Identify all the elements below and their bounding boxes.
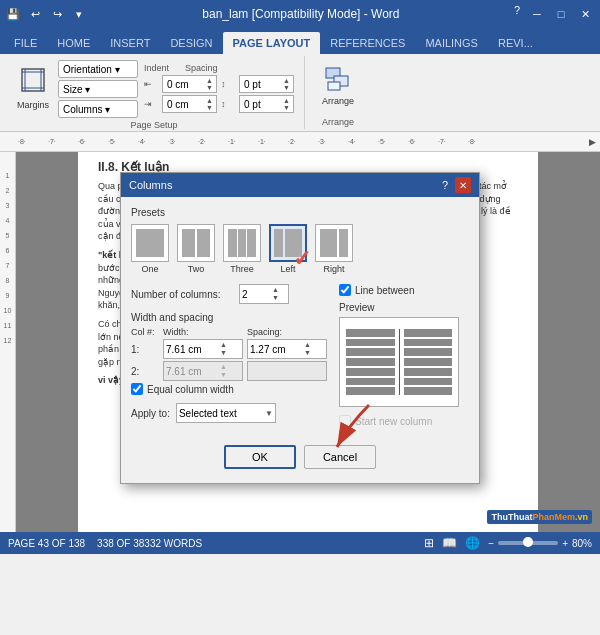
ws-row1-num: 1: [131, 344, 159, 355]
dialog-help-button[interactable]: ? [437, 177, 453, 193]
columns-dropdown[interactable]: Columns ▾ [58, 100, 138, 118]
dialog-body: Presets One [121, 197, 479, 483]
spacing-before-up[interactable]: ▲ [282, 77, 291, 84]
num-columns-up[interactable]: ▲ [272, 286, 279, 294]
ws-row2-width-up: ▲ [220, 363, 227, 371]
web-layout-icon[interactable]: 🌐 [465, 536, 480, 550]
restore-button[interactable]: □ [550, 4, 572, 24]
zoom-out-icon[interactable]: − [488, 538, 494, 549]
margins-label: Margins [17, 100, 49, 110]
apply-select[interactable]: Selected text ▼ [176, 403, 276, 423]
arrange-icon [324, 66, 352, 94]
ruler-right-arrow[interactable]: ▶ [589, 137, 596, 147]
dialog-buttons: OK Cancel [131, 445, 469, 473]
preset-left[interactable]: ✓ Left [269, 224, 307, 274]
indent-right-spinbox[interactable]: 0 cm ▲▼ [162, 95, 217, 113]
start-new-col-checkbox[interactable] [339, 415, 351, 427]
col-one-graphic [136, 229, 164, 257]
cancel-button[interactable]: Cancel [304, 445, 376, 469]
num-columns-input[interactable] [242, 289, 272, 300]
close-button[interactable]: ✕ [574, 4, 596, 24]
apply-row: Apply to: Selected text ▼ [131, 403, 331, 423]
preset-three-label: Three [230, 264, 254, 274]
ws-col-header: Col #: [131, 327, 159, 337]
ribbon-content: Margins Orientation ▾ Size ▾ Columns ▾ I… [0, 54, 600, 132]
arrange-button[interactable]: Arrange [313, 58, 363, 114]
ws-row2-width: ▲▼ [163, 361, 243, 381]
indent-left-up[interactable]: ▲ [205, 77, 214, 84]
tab-mailings[interactable]: MAILINGS [415, 32, 488, 54]
tab-design[interactable]: DESIGN [160, 32, 222, 54]
zoom-slider[interactable] [498, 541, 558, 545]
indent-left-spinbox[interactable]: 0 cm ▲▼ [162, 75, 217, 93]
tab-references[interactable]: REFERENCES [320, 32, 415, 54]
preset-right-label: Right [323, 264, 344, 274]
num-columns-arrows: ▲ ▼ [272, 286, 279, 301]
window-controls[interactable]: ? ─ □ ✕ [514, 4, 596, 24]
tab-page-layout[interactable]: PAGE LAYOUT [223, 32, 321, 54]
zoom-in-icon[interactable]: + [562, 538, 568, 549]
tab-insert[interactable]: INSERT [100, 32, 160, 54]
dialog-right-col: Line between Preview [339, 284, 469, 435]
quick-access-toolbar[interactable]: 💾 ↩ ↪ ▾ [4, 5, 88, 23]
ws-row-2: 2: ▲▼ [131, 361, 331, 381]
window-title: ban_lam [Compatibility Mode] - Word [88, 7, 514, 21]
ws-row2-width-down: ▼ [220, 371, 227, 379]
preview-box [339, 317, 459, 407]
preset-one[interactable]: One [131, 224, 169, 274]
tab-file[interactable]: FILE [4, 32, 47, 54]
num-columns-spinbox[interactable]: ▲ ▼ [239, 284, 289, 304]
columns-dialog: Columns ? ✕ Presets One [120, 172, 480, 484]
undo-icon[interactable]: ↩ [26, 5, 44, 23]
spacing-after-down[interactable]: ▼ [282, 104, 291, 111]
columns-label: Columns ▾ [63, 104, 133, 115]
line-between-row: Line between [339, 284, 469, 296]
preset-right[interactable]: Right [315, 224, 353, 274]
tab-home[interactable]: HOME [47, 32, 100, 54]
presets-row: One Two [131, 224, 469, 274]
ok-button[interactable]: OK [224, 445, 296, 469]
num-columns-label: Number of columns: [131, 289, 231, 300]
preset-two[interactable]: Two [177, 224, 215, 274]
save-icon[interactable]: 💾 [4, 5, 22, 23]
ws-row1-spacing[interactable]: ▲▼ [247, 339, 327, 359]
read-mode-icon[interactable]: 📖 [442, 536, 457, 550]
orientation-dropdown[interactable]: Orientation ▾ [58, 60, 138, 78]
minimize-button[interactable]: ─ [526, 4, 548, 24]
help-icon[interactable]: ? [514, 4, 520, 24]
size-dropdown[interactable]: Size ▾ [58, 80, 138, 98]
ws-row2-spacing [247, 361, 327, 381]
spacing-before-spinbox[interactable]: 0 pt ▲▼ [239, 75, 294, 93]
spacing-after-spinbox[interactable]: 0 pt ▲▼ [239, 95, 294, 113]
redo-icon[interactable]: ↪ [48, 5, 66, 23]
layout-icon[interactable]: ⊞ [424, 536, 434, 550]
start-new-col-label: Start new column [355, 416, 432, 427]
ws-row1-spacing-input[interactable] [248, 344, 304, 355]
qat-more-icon[interactable]: ▾ [70, 5, 88, 23]
equal-col-width-checkbox[interactable] [131, 383, 143, 395]
indent-right-up[interactable]: ▲ [205, 97, 214, 104]
ws-row1-width[interactable]: ▲▼ [163, 339, 243, 359]
ws-row1-width-up[interactable]: ▲ [220, 341, 227, 349]
ws-row1-width-down[interactable]: ▼ [220, 349, 227, 357]
tab-review[interactable]: REVI... [488, 32, 543, 54]
spacing-before-down[interactable]: ▼ [282, 84, 291, 91]
ws-row1-spacing-down[interactable]: ▼ [304, 349, 311, 357]
preview-cols-visual [346, 329, 452, 395]
margins-button[interactable]: Margins [10, 60, 56, 116]
line-between-label: Line between [355, 285, 415, 296]
spacing-after-up[interactable]: ▲ [282, 97, 291, 104]
ws-row1-spacing-up[interactable]: ▲ [304, 341, 311, 349]
zoom-control[interactable]: − + 80% [488, 538, 592, 549]
equal-col-width-row: Equal column width [131, 383, 331, 395]
dialog-title-bar: Columns ? ✕ [121, 173, 479, 197]
line-between-checkbox[interactable] [339, 284, 351, 296]
preset-three[interactable]: Three [223, 224, 261, 274]
svg-rect-7 [328, 82, 340, 90]
num-columns-down[interactable]: ▼ [272, 294, 279, 302]
spacing-after-value: 0 pt [242, 99, 282, 110]
indent-left-down[interactable]: ▼ [205, 84, 214, 91]
indent-right-down[interactable]: ▼ [205, 104, 214, 111]
ws-row1-width-input[interactable] [164, 344, 220, 355]
dialog-close-button[interactable]: ✕ [455, 177, 471, 193]
